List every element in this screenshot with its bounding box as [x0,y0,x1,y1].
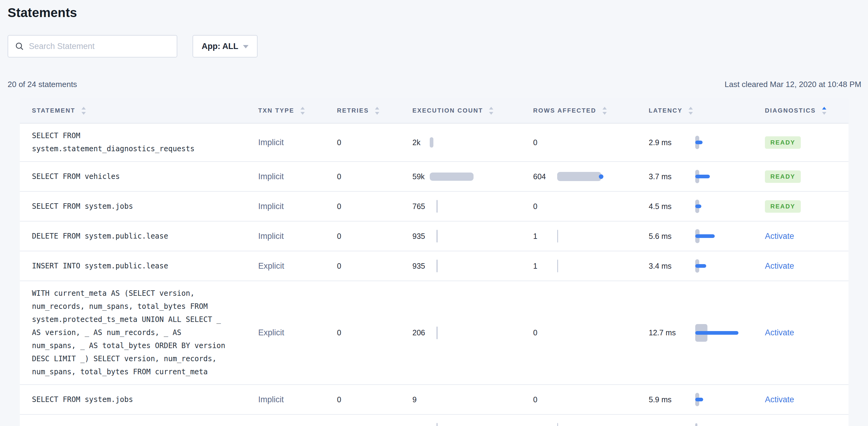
statement-text[interactable]: SELECT FROM system.statement_diagnostics… [32,129,228,155]
diagnostics-ready-badge: READY [765,171,801,183]
page-title: Statements [8,5,861,20]
sort-icon[interactable] [301,107,305,115]
sort-icon[interactable] [822,107,826,115]
results-summary: 20 of 24 statements [8,80,77,89]
column-header-execution-count[interactable]: Execution Count [412,107,533,115]
statement-text[interactable]: INSERT INTO user_promo_codes [32,423,228,426]
retries-value: 0 [337,395,341,404]
latency-bar-chart [695,197,759,215]
statement-text[interactable]: SELECT FROM system.jobs [32,200,228,213]
diagnostics-ready-badge: READY [765,136,801,149]
txn-type-value: Implicit [258,172,284,181]
table-row: SELECT FROM system.jobs Implicit 0 765 0… [20,191,848,221]
statements-table: Statement Txn Type Retries Execution Cou… [20,98,848,426]
execution-count-bar [430,173,473,181]
sort-icon[interactable] [688,107,693,115]
rows-affected-value: 0 [533,138,557,147]
execution-count-value: 9 [412,395,430,404]
column-header-retries[interactable]: Retries [337,107,412,115]
latency-mean-bar [695,141,703,144]
diagnostics-activate-link[interactable]: Activate [765,262,794,271]
retries-value: 0 [337,232,341,241]
statement-text[interactable]: WITH current_meta AS (SELECT version, nu… [32,287,228,378]
table-row: SELECT FROM system.statement_diagnostics… [20,124,848,161]
table-body: SELECT FROM system.statement_diagnostics… [20,124,848,426]
statement-text[interactable]: SELECT FROM vehicles [32,170,228,183]
txn-type-value: Implicit [258,202,284,211]
rows-affected-bar [557,230,558,243]
search-box[interactable] [8,35,177,58]
execution-count-value: 935 [412,262,430,271]
rows-affected-value: 604 [533,172,557,181]
summary-row: 20 of 24 statements Last cleared Mar 12,… [8,80,861,89]
column-header-rows-affected[interactable]: Rows Affected [533,107,649,115]
latency-mean-bar [695,264,706,268]
search-icon [15,42,24,51]
rows-affected-value: 1 [533,425,557,426]
table-row: INSERT INTO user_promo_codes Implicit 0 … [20,414,848,426]
execution-count-value: 206 [412,328,430,337]
latency-bar-chart [695,421,759,426]
retries-value: 0 [337,138,341,147]
latency-value: 1.4 ms [649,425,695,426]
diagnostics-activate-link[interactable]: Activate [765,395,794,404]
sort-icon[interactable] [489,107,493,115]
rows-affected-bar [557,172,601,181]
rows-affected-bar [557,423,558,426]
latency-mean-bar [695,234,715,238]
execution-count-value: 285 [412,425,430,426]
latency-value: 2.9 ms [649,138,695,147]
rows-affected-value: 0 [533,328,557,337]
execution-count-value: 2k [412,138,430,147]
latency-bar-chart [695,133,759,151]
column-header-diagnostics[interactable]: Diagnostics [765,107,848,115]
rows-affected-bar [557,260,558,272]
chevron-down-icon [243,45,248,49]
latency-value: 3.4 ms [649,262,695,271]
latency-mean-bar [695,398,703,401]
rows-affected-value: 0 [533,395,557,404]
table-row: SELECT FROM vehicles Implicit 0 59k 604 … [20,161,848,191]
retries-value: 0 [337,262,341,271]
rows-affected-value: 1 [533,232,557,241]
execution-count-value: 59k [412,172,430,181]
column-header-latency[interactable]: Latency [649,107,765,115]
table-header-row: Statement Txn Type Retries Execution Cou… [20,98,848,124]
rows-affected-dot [599,174,603,179]
txn-type-value: Explicit [258,328,284,337]
table-row: DELETE FROM system.public.lease Implicit… [20,221,848,251]
latency-mean-bar [695,175,710,178]
column-header-txn-type[interactable]: Txn Type [258,107,337,115]
rows-affected-value: 0 [533,202,557,211]
diagnostics-activate-link[interactable]: Activate [765,232,794,241]
execution-count-value: 935 [412,232,430,241]
latency-bar-chart [695,324,759,342]
table-row: INSERT INTO system.public.lease Explicit… [20,251,848,280]
latency-value: 12.7 ms [649,328,695,337]
sort-icon[interactable] [82,107,86,115]
latency-bar-chart [695,168,759,185]
diagnostics-ready-badge: READY [765,200,801,213]
diagnostics-activate-link[interactable]: Activate [765,328,794,337]
table-row: WITH current_meta AS (SELECT version, nu… [20,280,848,384]
txn-type-value: Explicit [258,262,284,271]
txn-type-value: Implicit [258,138,284,147]
rows-affected-value: 1 [533,262,557,271]
latency-bar-chart [695,391,759,408]
retries-value: 0 [337,328,341,337]
statement-text[interactable]: SELECT FROM system.jobs [32,393,228,406]
execution-count-bar [436,423,438,426]
execution-count-value: 765 [412,202,430,211]
statement-text[interactable]: DELETE FROM system.public.lease [32,230,228,243]
search-input[interactable] [29,42,170,51]
sort-icon[interactable] [602,107,607,115]
diagnostics-activate-link[interactable]: Activate [765,425,794,426]
latency-value: 4.5 ms [649,202,695,211]
sort-icon[interactable] [375,107,379,115]
statement-text[interactable]: INSERT INTO system.public.lease [32,260,228,273]
latency-value: 5.6 ms [649,232,695,241]
execution-count-bar [436,230,438,243]
column-header-statement[interactable]: Statement [20,107,258,115]
latency-bar-chart [695,257,759,275]
app-filter-dropdown[interactable]: App: ALL [192,35,257,58]
